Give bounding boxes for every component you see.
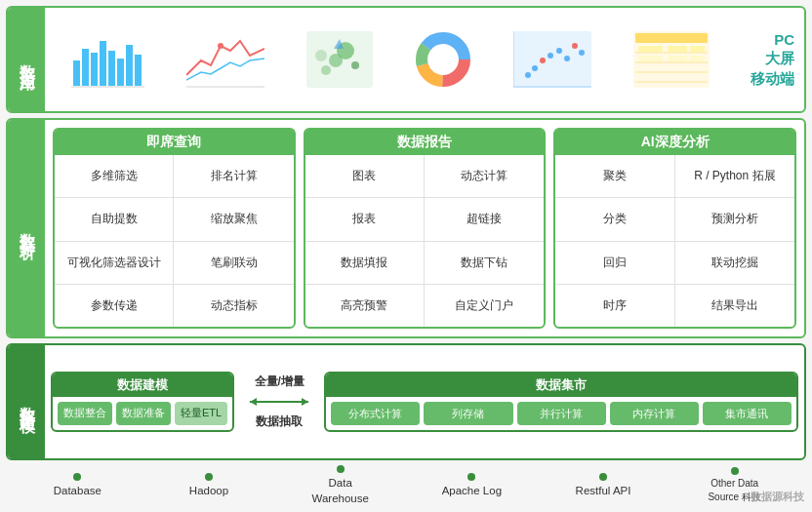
- cell-0-6: 参数传递: [55, 285, 174, 327]
- analysis-content: 即席查询 多维筛选 排名计算 自助提数 缩放聚焦 可视化筛选器设计 笔刷联动 参…: [45, 120, 804, 336]
- cell-1-1: 动态计算: [425, 155, 544, 198]
- svg-point-12: [321, 65, 331, 75]
- source-label-database: Database: [54, 483, 102, 498]
- cell-1-7: 自定义门户: [425, 285, 544, 327]
- label-mobile: 移动端: [751, 70, 794, 89]
- model-jianmo-header: 数据建模: [53, 374, 232, 397]
- svg-rect-1: [82, 49, 89, 86]
- arrow-box: 全量/增量 数据抽取: [240, 374, 318, 430]
- svg-rect-42: [690, 46, 705, 52]
- chart-table: [633, 31, 710, 88]
- source-hadoop: Hadoop: [143, 471, 275, 500]
- svg-point-24: [525, 72, 531, 78]
- model-jianmo-body: 数据整合 数据准备 轻量ETL: [53, 397, 232, 429]
- panel-data-report: 数据报告 图表 动态计算 报表 超链接 数据填报 数据下钻 高亮预警 自定义门户: [304, 128, 547, 329]
- cell-1-5: 数据下钻: [425, 242, 544, 285]
- cell-1-0: 图表: [305, 155, 425, 198]
- svg-rect-6: [126, 45, 133, 86]
- svg-rect-43: [638, 56, 663, 61]
- model-shichang-body: 分布式计算 列存储 并行计算 内存计算 集市通讯: [326, 397, 796, 431]
- shichang-sub-3: 内存计算: [610, 402, 699, 426]
- cell-0-7: 动态指标: [174, 285, 293, 327]
- source-dot-restfulapi: [599, 473, 607, 481]
- model-sub-1: 数据准备: [116, 402, 171, 424]
- shichang-sub-2: 并行计算: [517, 402, 606, 426]
- svg-point-16: [315, 50, 327, 61]
- source-dot-datawarehouse: [337, 465, 345, 473]
- panel-instant-query-header: 即席查询: [55, 130, 294, 155]
- model-content: 数据建模 数据整合 数据准备 轻量ETL 全量/增量 数据抽取 数: [45, 345, 804, 458]
- row-data-app: 数据应用: [6, 6, 806, 113]
- cell-1-2: 报表: [305, 198, 425, 241]
- svg-rect-0: [73, 60, 80, 86]
- svg-rect-3: [100, 41, 106, 86]
- source-label-hadoop: Hadoop: [189, 483, 228, 498]
- panel-data-report-header: 数据报告: [305, 130, 545, 155]
- cell-1-3: 超链接: [425, 198, 544, 241]
- svg-point-15: [351, 61, 359, 69]
- label-data-analysis: 数据分析: [8, 120, 45, 336]
- arrow-text-bottom: 数据抽取: [256, 414, 303, 430]
- source-label-restfulapi: Restful API: [576, 483, 631, 498]
- cell-0-1: 排名计算: [174, 155, 293, 198]
- model-etl: 轻量ETL: [175, 402, 227, 424]
- label-bigscreen: 大屏: [765, 50, 794, 68]
- svg-point-9: [218, 43, 223, 49]
- cell-1-6: 高亮预警: [305, 285, 425, 327]
- chart-dashboard: [513, 31, 591, 88]
- chart-bar: [71, 31, 144, 88]
- shichang-sub-4: 集市通讯: [703, 402, 792, 426]
- shichang-sub-0: 分布式计算: [331, 402, 420, 426]
- svg-rect-4: [108, 51, 115, 86]
- chart-donut: [415, 31, 471, 88]
- cell-2-4: 回归: [555, 242, 674, 285]
- model-sub-0: 数据整合: [58, 402, 112, 424]
- cell-0-4: 可视化筛选器设计: [55, 242, 174, 285]
- panel-ai-analysis: AI深度分析 聚类 R / Python 拓展 分类 预测分析 回归 联动挖掘 …: [553, 128, 796, 329]
- panel-instant-query: 即席查询 多维筛选 排名计算 自助提数 缩放聚焦 可视化筛选器设计 笔刷联动 参…: [53, 128, 296, 329]
- label-data-app: 数据应用: [8, 8, 45, 111]
- label-pc: PC: [774, 31, 794, 48]
- cell-2-5: 联动挖掘: [675, 242, 794, 285]
- svg-rect-35: [635, 33, 708, 43]
- source-label-datawarehouse: Data Warehouse: [311, 475, 368, 506]
- panel-instant-query-body: 多维筛选 排名计算 自助提数 缩放聚焦 可视化筛选器设计 笔刷联动 参数传递 动…: [55, 155, 294, 327]
- chart-line: [186, 31, 264, 88]
- pc-labels-area: PC 大屏 移动端: [736, 8, 804, 111]
- svg-rect-7: [135, 55, 142, 86]
- svg-marker-48: [250, 398, 257, 406]
- row-data-analysis: 数据分析 即席查询 多维筛选 排名计算 自助提数 缩放聚焦 可视化筛选器设计 笔…: [6, 118, 806, 338]
- cell-1-4: 数据填报: [305, 242, 425, 285]
- source-datawarehouse: Data Warehouse: [274, 463, 406, 508]
- model-shichang-header: 数据集市: [326, 374, 796, 397]
- row-data-model: 数据建模 数据建模 数据整合 数据准备 轻量ETL 全量/增量 数据抽: [6, 343, 806, 460]
- source-dot-otherdata: [731, 467, 739, 475]
- svg-point-30: [572, 43, 578, 49]
- row-sources: Database Hadoop Data Warehouse Apache Lo…: [6, 465, 806, 506]
- svg-point-29: [564, 56, 570, 61]
- cell-0-5: 笔刷联动: [174, 242, 293, 285]
- svg-rect-41: [668, 46, 687, 52]
- source-dot-database: [73, 473, 81, 481]
- svg-rect-23: [513, 31, 591, 88]
- svg-point-27: [548, 53, 553, 59]
- cell-2-0: 聚类: [555, 155, 674, 198]
- source-database: Database: [12, 471, 143, 500]
- source-apachelog: Apache Log: [406, 471, 538, 500]
- cell-2-3: 预测分析: [675, 198, 794, 241]
- cell-2-6: 时序: [555, 285, 674, 327]
- panel-ai-analysis-header: AI深度分析: [555, 130, 794, 155]
- cell-0-2: 自助提数: [55, 198, 174, 241]
- model-shichang-box: 数据集市 分布式计算 列存储 并行计算 内存计算 集市通讯: [324, 372, 798, 433]
- source-restfulapi: Restful API: [538, 471, 670, 500]
- svg-rect-44: [668, 56, 687, 61]
- source-dot-apachelog: [467, 473, 475, 481]
- svg-rect-45: [690, 56, 705, 61]
- source-label-apachelog: Apache Log: [442, 483, 502, 498]
- svg-rect-40: [638, 46, 663, 52]
- svg-point-31: [579, 50, 585, 56]
- source-dot-hadoop: [205, 473, 213, 481]
- svg-point-28: [556, 48, 562, 54]
- svg-point-25: [532, 65, 538, 71]
- charts-area: [45, 8, 736, 111]
